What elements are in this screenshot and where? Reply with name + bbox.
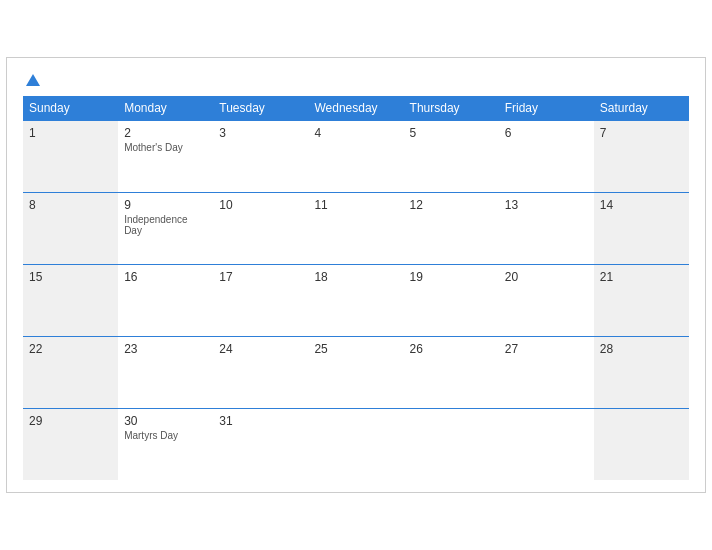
day-number: 23	[124, 342, 207, 356]
day-number: 10	[219, 198, 302, 212]
day-number: 13	[505, 198, 588, 212]
calendar-body: 12Mother's Day3456789Independence Day101…	[23, 120, 689, 480]
day-number: 4	[314, 126, 397, 140]
days-of-week-row: SundayMondayTuesdayWednesdayThursdayFrid…	[23, 96, 689, 121]
day-number: 27	[505, 342, 588, 356]
calendar-cell: 19	[404, 264, 499, 336]
day-number: 24	[219, 342, 302, 356]
day-number: 19	[410, 270, 493, 284]
day-number: 29	[29, 414, 112, 428]
day-header-tuesday: Tuesday	[213, 96, 308, 121]
event-label: Martyrs Day	[124, 430, 207, 441]
day-number: 22	[29, 342, 112, 356]
week-row-5: 2930Martyrs Day31	[23, 408, 689, 480]
day-number: 18	[314, 270, 397, 284]
day-header-saturday: Saturday	[594, 96, 689, 121]
calendar-container: SundayMondayTuesdayWednesdayThursdayFrid…	[6, 57, 706, 494]
day-number: 15	[29, 270, 112, 284]
calendar-cell: 8	[23, 192, 118, 264]
calendar-cell: 21	[594, 264, 689, 336]
logo	[23, 74, 40, 86]
week-row-4: 22232425262728	[23, 336, 689, 408]
day-number: 28	[600, 342, 683, 356]
calendar-cell: 29	[23, 408, 118, 480]
day-number: 31	[219, 414, 302, 428]
logo-text	[23, 74, 40, 86]
logo-line1	[23, 74, 40, 86]
day-number: 8	[29, 198, 112, 212]
calendar-cell: 7	[594, 120, 689, 192]
day-number: 2	[124, 126, 207, 140]
calendar-cell: 2Mother's Day	[118, 120, 213, 192]
calendar-cell	[308, 408, 403, 480]
day-header-monday: Monday	[118, 96, 213, 121]
week-row-2: 89Independence Day1011121314	[23, 192, 689, 264]
calendar-cell: 10	[213, 192, 308, 264]
calendar-cell: 14	[594, 192, 689, 264]
calendar-cell: 17	[213, 264, 308, 336]
day-header-wednesday: Wednesday	[308, 96, 403, 121]
week-row-3: 15161718192021	[23, 264, 689, 336]
calendar-cell: 11	[308, 192, 403, 264]
day-number: 3	[219, 126, 302, 140]
calendar-cell: 15	[23, 264, 118, 336]
day-number: 7	[600, 126, 683, 140]
calendar-cell: 25	[308, 336, 403, 408]
day-number: 26	[410, 342, 493, 356]
day-number: 9	[124, 198, 207, 212]
calendar-cell: 5	[404, 120, 499, 192]
calendar-cell: 28	[594, 336, 689, 408]
calendar-cell: 9Independence Day	[118, 192, 213, 264]
day-number: 25	[314, 342, 397, 356]
day-number: 21	[600, 270, 683, 284]
day-header-sunday: Sunday	[23, 96, 118, 121]
day-number: 17	[219, 270, 302, 284]
event-label: Independence Day	[124, 214, 207, 236]
day-number: 5	[410, 126, 493, 140]
calendar-cell: 27	[499, 336, 594, 408]
calendar-cell: 31	[213, 408, 308, 480]
calendar-cell: 20	[499, 264, 594, 336]
day-number: 6	[505, 126, 588, 140]
calendar-cell: 18	[308, 264, 403, 336]
calendar-cell	[404, 408, 499, 480]
calendar-cell: 16	[118, 264, 213, 336]
calendar-cell	[499, 408, 594, 480]
logo-triangle-icon	[26, 74, 40, 86]
calendar-cell	[594, 408, 689, 480]
calendar-cell: 23	[118, 336, 213, 408]
day-header-thursday: Thursday	[404, 96, 499, 121]
calendar-cell: 22	[23, 336, 118, 408]
calendar-header	[23, 74, 689, 86]
calendar-cell: 3	[213, 120, 308, 192]
calendar-header-row: SundayMondayTuesdayWednesdayThursdayFrid…	[23, 96, 689, 121]
calendar-cell: 24	[213, 336, 308, 408]
day-number: 20	[505, 270, 588, 284]
calendar-cell: 4	[308, 120, 403, 192]
day-number: 1	[29, 126, 112, 140]
day-number: 30	[124, 414, 207, 428]
calendar-grid: SundayMondayTuesdayWednesdayThursdayFrid…	[23, 96, 689, 481]
calendar-cell: 26	[404, 336, 499, 408]
event-label: Mother's Day	[124, 142, 207, 153]
calendar-cell: 30Martyrs Day	[118, 408, 213, 480]
week-row-1: 12Mother's Day34567	[23, 120, 689, 192]
day-number: 14	[600, 198, 683, 212]
calendar-cell: 1	[23, 120, 118, 192]
day-number: 11	[314, 198, 397, 212]
calendar-cell: 13	[499, 192, 594, 264]
day-number: 16	[124, 270, 207, 284]
day-header-friday: Friday	[499, 96, 594, 121]
day-number: 12	[410, 198, 493, 212]
calendar-cell: 6	[499, 120, 594, 192]
calendar-cell: 12	[404, 192, 499, 264]
